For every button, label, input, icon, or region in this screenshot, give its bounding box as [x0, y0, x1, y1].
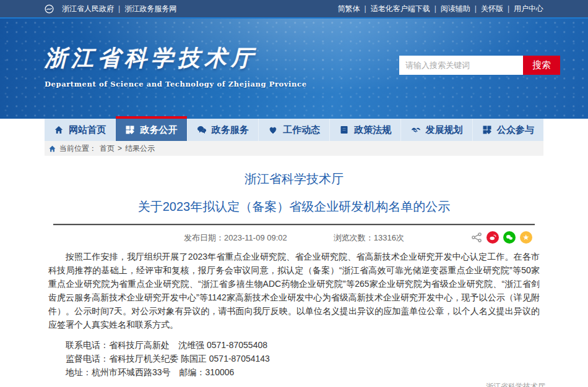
grid-icon [125, 125, 135, 135]
divider: | [435, 4, 436, 13]
nav-item-policies-regulations[interactable]: 政策法规 [330, 119, 401, 141]
divider: | [475, 4, 477, 13]
divider: | [508, 4, 509, 13]
location-home-icon [48, 145, 56, 153]
link-care-version[interactable]: 关怀版 [481, 4, 503, 14]
breadcrumb-wrap: 当前位置： 首页 > 结果公示 [0, 141, 588, 156]
top-utility-bar: 浙江省人民政府 | 浙江政务服务网 简繁体 | 适老化客户端下载 | 阅读辅助 … [0, 0, 588, 17]
handshake-icon [411, 125, 421, 135]
main-nav: 网站首页 政务公开 政务服务 工作动态 政策法规 发展规划 [45, 119, 543, 141]
site-title: 浙江省科学技术厅 [45, 43, 307, 74]
article-body: 按照工作安排，我厅组织开展了2023年省重点企业研究院、省企业研究院、省高新技术… [48, 250, 540, 331]
site-brand: 浙江省科学技术厅 Department of Science and Techn… [45, 43, 307, 88]
qzone-share-icon[interactable]: ★ [520, 231, 532, 244]
grid-icon [482, 125, 492, 135]
divider: | [118, 4, 120, 13]
share-icon[interactable] [471, 232, 482, 243]
page: 浙江省人民政府 | 浙江政务服务网 简繁体 | 适老化客户端下载 | 阅读辅助 … [0, 0, 588, 387]
view-count: 浏览次数：13316次 [334, 232, 404, 244]
chat-icon [197, 125, 207, 135]
link-zhejiang-gov[interactable]: 浙江省人民政府 [62, 4, 114, 14]
document-icon [339, 125, 349, 135]
nav-item-work-updates[interactable]: 工作动态 [259, 119, 330, 141]
address-line: 地址：杭州市环城西路33号 邮编：310006 [48, 365, 540, 379]
home-icon [54, 125, 64, 135]
site-title-english: Department of Science and Technology of … [45, 80, 307, 88]
nav-item-home[interactable]: 网站首页 [45, 119, 116, 141]
article-title-line1: 浙江省科学技术厅 [48, 171, 540, 187]
link-simplified-traditional[interactable]: 简繁体 [338, 4, 360, 14]
breadcrumb-home-link[interactable]: 首页 [100, 143, 115, 154]
supervision-phone: 监督电话：省科技厅机关纪委 陈国正 0571-87054143 [48, 352, 540, 365]
nav-item-label: 公众参与 [497, 124, 534, 136]
search-input[interactable] [399, 56, 523, 75]
nav-item-label: 政务公开 [140, 124, 177, 136]
view-count-value: 13316次 [374, 233, 404, 242]
publish-date-value: 2023-11-09 09:02 [224, 233, 287, 242]
nav-item-label: 发展规划 [426, 124, 463, 136]
divider: | [365, 4, 366, 13]
publish-date: 发布日期：2023-11-09 09:02 [184, 232, 287, 244]
nav-item-label: 网站首页 [69, 124, 106, 136]
wechat-share-icon[interactable] [503, 231, 516, 244]
nav-item-public-participation[interactable]: 公众参与 [473, 119, 543, 141]
link-zhejiang-service[interactable]: 浙江政务服务网 [124, 4, 176, 14]
publish-date-label: 发布日期： [184, 233, 224, 242]
link-user-center[interactable]: 用户中心 [514, 4, 543, 14]
article-meta: 发布日期：2023-11-09 09:02 浏览次数：13316次 ★ [48, 230, 540, 246]
weibo-share-icon[interactable] [486, 231, 499, 244]
main-nav-wrap: 网站首页 政务公开 政务服务 工作动态 政策法规 发展规划 [0, 119, 588, 141]
breadcrumb-separator: > [118, 144, 122, 153]
site-search: 搜索 [399, 56, 560, 75]
contact-phone: 联系电话：省科技厅高新处 沈维强 0571-87055408 [48, 338, 540, 352]
breadcrumb-label: 当前位置： [59, 143, 97, 154]
article: 浙江省科学技术厅 关于2023年拟认定（备案）省级企业研发机构名单的公示 发布日… [0, 171, 588, 387]
view-count-label: 浏览次数： [334, 233, 374, 242]
nav-item-label: 政务服务 [212, 124, 249, 136]
link-reading-assist[interactable]: 阅读辅助 [441, 4, 470, 14]
share-bar: ★ [471, 231, 532, 244]
title-divider [53, 224, 535, 225]
link-elderly-client-download[interactable]: 适老化客户端下载 [371, 4, 430, 14]
nav-item-gov-disclosure[interactable]: 政务公开 [116, 119, 187, 141]
nav-item-label: 政策法规 [354, 124, 391, 136]
breadcrumb: 当前位置： 首页 > 结果公示 [45, 141, 543, 156]
heart-icon [268, 125, 278, 135]
government-emblem-icon [45, 4, 54, 14]
search-button[interactable]: 搜索 [523, 56, 560, 75]
breadcrumb-current: 结果公示 [125, 143, 155, 154]
topbar-right-links: 简繁体 | 适老化客户端下载 | 阅读辅助 | 关怀版 | 用户中心 [338, 4, 544, 14]
topbar-left-links: 浙江省人民政府 | 浙江政务服务网 [45, 4, 176, 14]
nav-item-gov-services[interactable]: 政务服务 [188, 119, 259, 141]
header-banner: 浙江省科学技术厅 Department of Science and Techn… [0, 17, 588, 119]
footer-site-name: 浙江省科学技术厅 [486, 381, 545, 387]
nav-item-development-planning[interactable]: 发展规划 [401, 119, 472, 141]
nav-item-label: 工作动态 [283, 124, 320, 136]
article-title-line2: 关于2023年拟认定（备案）省级企业研发机构名单的公示 [48, 198, 540, 215]
